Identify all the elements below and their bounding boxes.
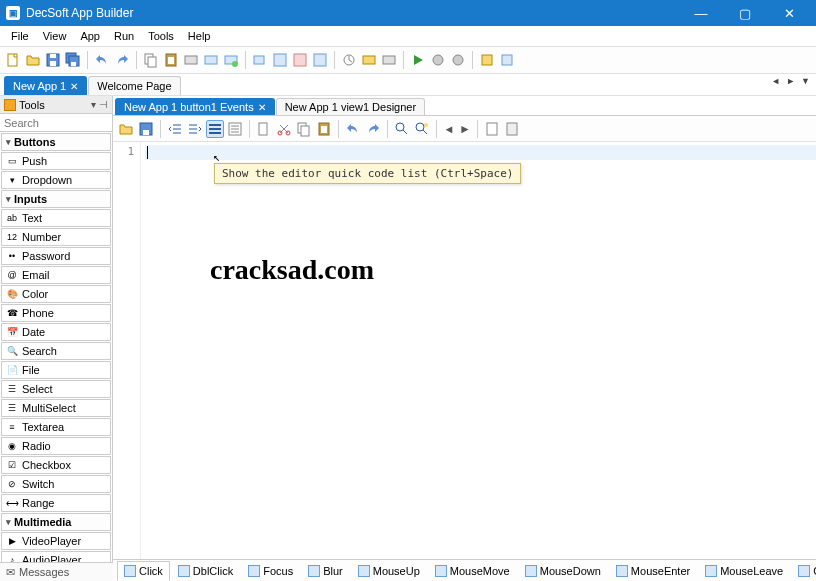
paste-icon[interactable] [162,51,180,69]
list-icon[interactable] [226,120,244,138]
bookmark-icon[interactable] [483,120,501,138]
undo-icon[interactable] [344,120,362,138]
tool-icon-3[interactable] [222,51,240,69]
bookmark2-icon[interactable] [503,120,521,138]
tool-icon-4[interactable] [251,51,269,69]
find-icon[interactable] [393,120,411,138]
tool-icon-2[interactable] [202,51,220,69]
event-tab-mousemove[interactable]: MouseMove [428,561,517,581]
paste-icon[interactable] [315,120,333,138]
category-multimedia[interactable]: ▾Multimedia [1,513,111,531]
tool-icon-6[interactable] [291,51,309,69]
tool-item-password[interactable]: ••Password [1,247,111,265]
tool-item-range[interactable]: ⟷Range [1,494,111,512]
event-tab-click[interactable]: Click [117,561,170,581]
next-icon[interactable]: ► [786,76,795,86]
prev-icon[interactable]: ◄ [442,123,456,135]
event-tab-mouseenter[interactable]: MouseEnter [609,561,697,581]
dropdown-icon[interactable]: ▼ [801,76,810,86]
saveall-icon[interactable] [64,51,82,69]
save-icon[interactable] [44,51,62,69]
category-inputs[interactable]: ▾Inputs [1,190,111,208]
next-icon[interactable]: ► [458,120,472,138]
tool-item-multiselect[interactable]: ☰MultiSelect [1,399,111,417]
outdent-icon[interactable] [166,120,184,138]
tools-search-input[interactable] [0,114,112,132]
menu-app[interactable]: App [73,28,107,44]
tool-icon-1[interactable] [182,51,200,69]
event-label: MouseMove [450,565,510,577]
tool-item-text[interactable]: abText [1,209,111,227]
tool-icon-10[interactable] [380,51,398,69]
replace-icon[interactable] [413,120,431,138]
tool-item-search[interactable]: 🔍Search [1,342,111,360]
menu-run[interactable]: Run [107,28,141,44]
event-tab-contextmenu[interactable]: ContextMenu [791,561,816,581]
redo-icon[interactable] [364,120,382,138]
menu-file[interactable]: File [4,28,36,44]
dropdown-icon[interactable]: ▾ [91,99,96,110]
event-tab-mousedown[interactable]: MouseDown [518,561,608,581]
inner-tab-designer[interactable]: New App 1 view1 Designer [276,98,425,115]
new-icon[interactable] [4,51,22,69]
quickcode-icon[interactable] [206,120,224,138]
event-tab-mouseleave[interactable]: MouseLeave [698,561,790,581]
run-icon[interactable] [409,51,427,69]
tool-item-audioplayer[interactable]: ♪AudioPlayer [1,551,111,562]
tool-icon-9[interactable] [360,51,378,69]
tool-item-videoplayer[interactable]: ▶VideoPlayer [1,532,111,550]
undo-icon[interactable] [93,51,111,69]
tool-item-file[interactable]: 📄File [1,361,111,379]
close-icon[interactable]: ✕ [258,102,266,113]
menu-tools[interactable]: Tools [141,28,181,44]
event-tab-mouseup[interactable]: MouseUp [351,561,427,581]
tool-item-radio[interactable]: ◉Radio [1,437,111,455]
redo-icon[interactable] [113,51,131,69]
inner-tab-events[interactable]: New App 1 button1 Events ✕ [115,98,275,115]
close-button[interactable]: ✕ [776,6,802,21]
tool-icon-14[interactable] [498,51,516,69]
maximize-button[interactable]: ▢ [732,6,758,21]
tool-item-push[interactable]: ▭Push [1,152,111,170]
tool-icon-11[interactable] [429,51,447,69]
tool-item-date[interactable]: 📅Date [1,323,111,341]
prev-icon[interactable]: ◄ [771,76,780,86]
copy-icon[interactable] [142,51,160,69]
save-icon[interactable] [137,120,155,138]
tool-item-email[interactable]: @Email [1,266,111,284]
code-area[interactable]: ↖ Show the editor quick code list (Ctrl+… [141,142,816,559]
tool-item-phone[interactable]: ☎Phone [1,304,111,322]
tool-item-switch[interactable]: ⊘Switch [1,475,111,493]
open-icon[interactable] [117,120,135,138]
tool-item-checkbox[interactable]: ☑Checkbox [1,456,111,474]
copy-icon[interactable] [295,120,313,138]
pin-icon[interactable]: ⊣ [99,99,108,110]
code-editor[interactable]: 1 ↖ Show the editor quick code list (Ctr… [113,142,816,559]
tool-icon-8[interactable] [340,51,358,69]
open-icon[interactable] [24,51,42,69]
category-buttons[interactable]: ▾Buttons [1,133,111,151]
doc-tab-welcome[interactable]: Welcome Page [88,76,180,95]
tool-icon-12[interactable] [449,51,467,69]
tool-item-textarea[interactable]: ≡Textarea [1,418,111,436]
tool-item-number[interactable]: 12Number [1,228,111,246]
indent-icon[interactable] [186,120,204,138]
tool-item-color[interactable]: 🎨Color [1,285,111,303]
tools-tree[interactable]: ▾Buttons▭Push▾Dropdown▾InputsabText12Num… [0,132,112,562]
tool-item-dropdown[interactable]: ▾Dropdown [1,171,111,189]
tool-icon-13[interactable] [478,51,496,69]
doc-tab-newapp1[interactable]: New App 1 ✕ [4,76,87,95]
event-tab-focus[interactable]: Focus [241,561,300,581]
menu-help[interactable]: Help [181,28,218,44]
cut-icon[interactable] [275,120,293,138]
tool-item-select[interactable]: ☰Select [1,380,111,398]
event-tab-blur[interactable]: Blur [301,561,350,581]
close-icon[interactable]: ✕ [70,81,78,92]
messages-tab[interactable]: ✉ Messages [0,562,113,581]
menu-view[interactable]: View [36,28,74,44]
edit-icon-1[interactable] [255,120,273,138]
minimize-button[interactable]: — [688,6,714,21]
tool-icon-7[interactable] [311,51,329,69]
tool-icon-5[interactable] [271,51,289,69]
event-tab-dblclick[interactable]: DblClick [171,561,240,581]
